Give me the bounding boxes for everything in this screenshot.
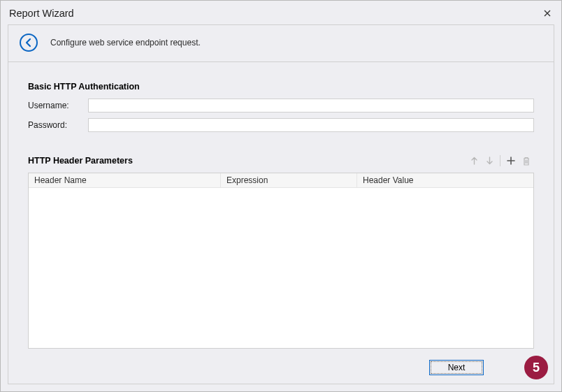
footer: Next xyxy=(429,360,542,375)
placeholder-button xyxy=(488,360,542,375)
password-input[interactable] xyxy=(88,118,534,132)
headers-grid[interactable]: Header Name Expression Header Value xyxy=(28,173,534,349)
grid-header-row: Header Name Expression Header Value xyxy=(29,173,533,188)
next-button[interactable]: Next xyxy=(429,360,484,375)
password-row: Password: xyxy=(28,118,534,132)
back-button[interactable] xyxy=(20,34,38,52)
close-icon xyxy=(544,10,551,17)
username-label: Username: xyxy=(28,101,88,110)
plus-icon xyxy=(507,157,515,165)
wizard-window: Report Wizard Configure web service endp… xyxy=(0,0,562,392)
password-label: Password: xyxy=(28,120,88,130)
grid-body[interactable] xyxy=(29,188,533,348)
titlebar: Report Wizard xyxy=(1,1,561,24)
wizard-body: Configure web service endpoint request. … xyxy=(8,24,554,384)
move-up-button[interactable] xyxy=(466,153,482,168)
username-row: Username: xyxy=(28,99,534,112)
col-header-expression[interactable]: Expression xyxy=(221,173,357,187)
arrow-up-icon xyxy=(470,157,478,165)
content: Basic HTTP Authentication Username: Pass… xyxy=(8,62,554,349)
trash-icon xyxy=(522,157,531,166)
username-input[interactable] xyxy=(88,99,534,112)
back-arrow-icon xyxy=(24,38,34,48)
add-button[interactable] xyxy=(503,153,519,168)
col-header-name[interactable]: Header Name xyxy=(29,173,221,187)
col-header-value[interactable]: Header Value xyxy=(357,173,533,187)
arrow-down-icon xyxy=(486,157,493,165)
window-title: Report Wizard xyxy=(9,8,74,19)
close-button[interactable] xyxy=(540,6,554,20)
headers-section-title: HTTP Header Parameters xyxy=(28,156,133,166)
auth-section-title: Basic HTTP Authentication xyxy=(28,82,534,92)
move-down-button[interactable] xyxy=(482,153,497,168)
delete-button[interactable] xyxy=(519,153,534,168)
toolbar-separator xyxy=(500,155,500,166)
banner-text: Configure web service endpoint request. xyxy=(50,38,201,48)
headers-header: HTTP Header Parameters xyxy=(28,153,534,168)
banner: Configure web service endpoint request. xyxy=(8,25,554,62)
headers-toolbar xyxy=(466,153,534,168)
